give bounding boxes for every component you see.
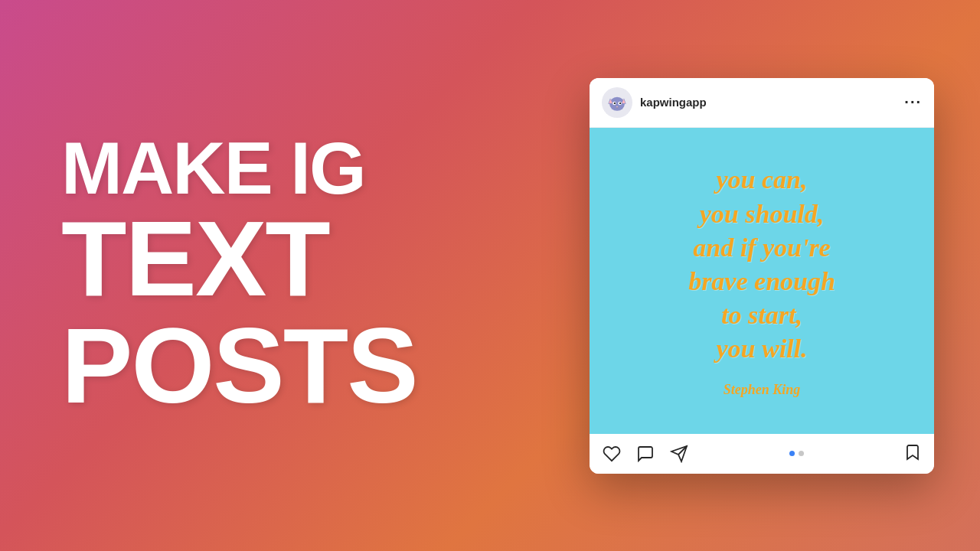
ig-header: kapwingapp ··· [590,78,934,128]
instagram-mockup: kapwingapp ··· you can, you should, and … [590,78,934,474]
bookmark-icon [903,443,922,461]
ig-actions-bar [590,434,934,474]
ig-header-left: kapwingapp [602,87,707,118]
quote-content: you can, you should, and if you're brave… [688,163,835,397]
page-background: MAKE IG TEXT POSTS [0,0,980,551]
headline-line3: POSTS [61,312,590,419]
bookmark-button[interactable] [903,443,922,465]
share-button[interactable] [669,444,689,464]
headline-line2: TEXT [61,205,590,312]
comment-button[interactable] [635,444,655,464]
ig-actions-left [602,444,689,464]
dot-1 [789,451,795,456]
comment-icon [636,445,655,463]
svg-point-9 [619,102,621,103]
svg-point-1 [609,96,625,110]
left-title-block: MAKE IG TEXT POSTS [61,132,590,419]
like-button[interactable] [602,444,622,464]
svg-point-8 [614,102,616,103]
ig-post-image: you can, you should, and if you're brave… [590,128,934,434]
quote-author: Stephen King [724,382,801,398]
quote-text: you can, you should, and if you're brave… [688,163,835,366]
ig-username: kapwingapp [640,96,707,109]
headline-line1: MAKE IG [61,132,590,205]
carousel-dots [689,451,903,456]
dot-2 [799,451,804,456]
heart-icon [603,445,621,463]
share-icon [670,445,688,463]
ig-more-button[interactable]: ··· [904,93,922,111]
avatar [602,87,632,118]
